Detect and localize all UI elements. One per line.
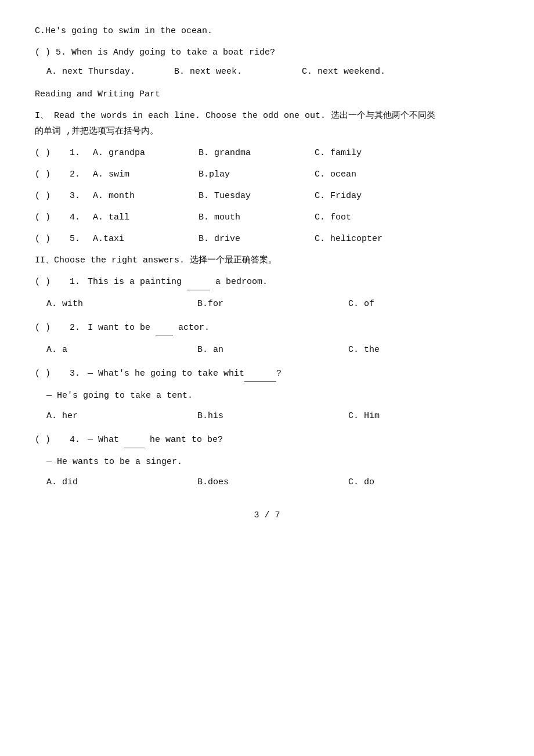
ii-item1-options: A. with B.for C. of (35, 296, 499, 312)
ii-item1-option-b: B.for (197, 296, 348, 312)
ii-item4-option-b: B.does (197, 474, 348, 490)
q5-option-a: A. next Thursday. (46, 64, 174, 80)
ii-item2-question: I want to be actor. (82, 320, 210, 336)
item4-option-a: A. tall (82, 210, 199, 225)
item2-option-b: B.play (199, 167, 315, 182)
item1-number: 1. (70, 145, 80, 161)
q5-options: A. next Thursday. B. next week. C. next … (35, 64, 499, 80)
item2-option-a: A. swim (82, 167, 199, 182)
ii-item4-option-a: A. did (46, 474, 197, 490)
ii-item2-option-b: B. an (197, 342, 348, 358)
q5-option-c: C. next weekend. (302, 64, 430, 80)
ii-item1-option-a: A. with (46, 296, 197, 312)
page-number-text: 3 / 7 (254, 510, 280, 520)
q5-text: ( ) 5. When is Andy going to take a boat… (35, 48, 275, 57)
item4-number: 4. (70, 210, 80, 225)
section-I-item-4: ( ) 4. A. tall B. mouth C. foot (35, 210, 499, 225)
item1-paren: ( ) (35, 145, 70, 161)
item3-option-b: B. Tuesday (199, 188, 315, 204)
item5-option-b: B. drive (199, 231, 315, 247)
item2-option-c: C. ocean (315, 167, 356, 182)
c-option-line: C.He's going to swim in the ocean. (35, 23, 499, 39)
section-I-items: ( ) 1. A. grandpa B. grandma C. family (… (35, 145, 499, 247)
section-I-item-1: ( ) 1. A. grandpa B. grandma C. family (35, 145, 499, 161)
page-number: 3 / 7 (35, 507, 499, 523)
item3-paren: ( ) (35, 188, 70, 204)
ii-item3-option-b: B.his (197, 408, 348, 424)
section-I-item-2: ( ) 2. A. swim B.play C. ocean (35, 167, 499, 182)
ii-item4-paren: ( ) (35, 432, 70, 448)
item5-option-a: A.taxi (82, 231, 199, 247)
item1-option-b: B. grandma (199, 145, 315, 161)
section-II-item-3-q: ( ) 3. — What's he going to take whit ? (35, 366, 499, 382)
item3-option-c: C. Friday (315, 188, 362, 204)
ii-item2-paren: ( ) (35, 320, 70, 336)
section-rw-title: Reading and Writing Part (35, 87, 499, 102)
q5-option-b: B. next week. (174, 64, 302, 80)
ii-item4-reply: — He wants to be a singer. (35, 454, 499, 470)
item1-option-c: C. family (315, 145, 362, 161)
ii-item3-option-c: C. Him (348, 408, 380, 424)
ii-item3-options: A. her B.his C. Him (35, 408, 499, 424)
section-II-instruction: II、Choose the right answers. 选择一个最正确答案。 (35, 253, 499, 268)
ii-item3-reply: — He's going to take a tent. (35, 388, 499, 404)
ii-item2-option-c: C. the (348, 342, 380, 358)
ii-item4-number: 4. (70, 432, 80, 448)
c-option-text: C.He's going to swim in the ocean. (35, 26, 212, 36)
ii-item1-number: 1. (70, 274, 80, 290)
ii-item2-number: 2. (70, 320, 80, 336)
section-I-instruction: I、 Read the words in each line. Choose t… (35, 108, 499, 139)
ii-item3-question: — What's he going to take whit ? (82, 366, 282, 382)
section-II-items: ( ) 1. This is a painting a bedroom. A. … (35, 274, 499, 490)
ii-item4-options: A. did B.does C. do (35, 474, 499, 490)
item1-option-a: A. grandpa (82, 145, 199, 161)
section-II-item-1-q: ( ) 1. This is a painting a bedroom. (35, 274, 499, 290)
ii-item3-option-a: A. her (46, 408, 197, 424)
item5-paren: ( ) (35, 231, 70, 247)
ii-item1-paren: ( ) (35, 274, 70, 290)
item4-paren: ( ) (35, 210, 70, 225)
section-rw-label: Reading and Writing Part (35, 89, 160, 99)
section-I-item-3: ( ) 3. A. month B. Tuesday C. Friday (35, 188, 499, 204)
ii-item2-option-a: A. a (46, 342, 197, 358)
section-I-item-5: ( ) 5. A.taxi B. drive C. helicopter (35, 231, 499, 247)
section-I-text: I、 Read the words in each line. Choose t… (35, 111, 435, 136)
ii-item4-question: — What he want to be? (82, 432, 223, 448)
ii-item3-paren: ( ) (35, 366, 70, 381)
item4-option-b: B. mouth (199, 210, 315, 225)
item2-paren: ( ) (35, 167, 70, 182)
section-II-text: II、Choose the right answers. 选择一个最正确答案。 (35, 255, 277, 265)
section-II-item-4-q: ( ) 4. — What he want to be? (35, 432, 499, 448)
ii-item3-number: 3. (70, 366, 80, 381)
ii-item1-question: This is a painting a bedroom. (82, 274, 268, 290)
section-II-item-2-q: ( ) 2. I want to be actor. (35, 320, 499, 336)
item3-option-a: A. month (82, 188, 199, 204)
item2-number: 2. (70, 167, 80, 182)
ii-item2-options: A. a B. an C. the (35, 342, 499, 358)
item5-option-c: C. helicopter (315, 231, 383, 247)
item5-number: 5. (70, 231, 80, 247)
ii-item4-option-c: C. do (348, 474, 374, 490)
item3-number: 3. (70, 188, 80, 204)
q5-line: ( ) 5. When is Andy going to take a boat… (35, 45, 499, 60)
ii-item1-option-c: C. of (348, 296, 374, 312)
item4-option-c: C. foot (315, 210, 351, 225)
